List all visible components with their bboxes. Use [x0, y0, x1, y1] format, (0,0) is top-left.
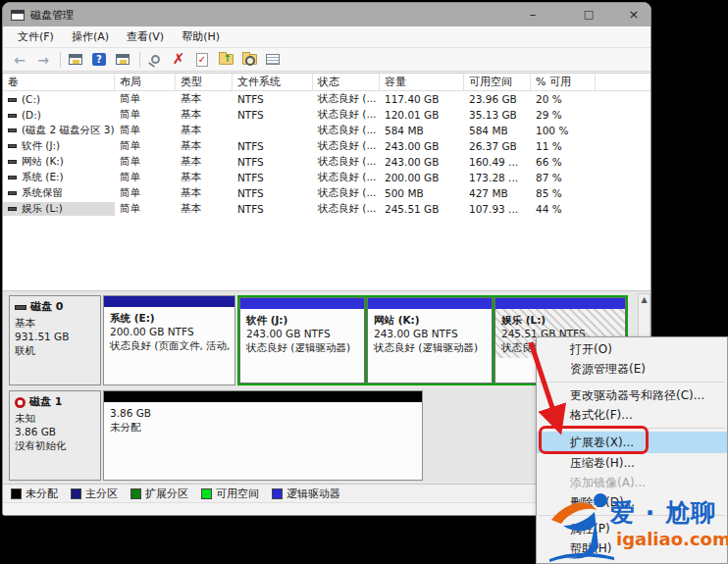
column-header-fs[interactable]: 文件系统 [233, 74, 313, 90]
cell-capacity: 200.00 GB [380, 172, 464, 183]
checklist-icon[interactable]: ✓ [191, 50, 213, 69]
table-row[interactable]: 娱乐 (L:)简单基本NTFS状态良好 (...245.51 GB107.93 … [3, 201, 651, 217]
volume-icon [8, 160, 17, 164]
column-header-capacity[interactable]: 容量 [380, 74, 464, 90]
disk1-row: 磁盘 1 未知 3.86 GB 没有初始化 3.86 GB 未分配 [9, 390, 423, 481]
table-row[interactable]: (D:)简单基本NTFS状态良好 (...120.01 GB35.13 GB29… [3, 107, 651, 123]
legend-item: 逻辑驱动器 [272, 487, 340, 501]
app-icon [11, 10, 25, 21]
logical-partition-bar [368, 298, 492, 309]
menu-item[interactable]: 文件(F) [9, 26, 63, 47]
volume-list-header: 卷 布局 类型 文件系统 状态 容量 可用空间 % 可用 [3, 74, 651, 91]
menu-separator [539, 382, 725, 383]
close-button[interactable]: × [619, 3, 649, 26]
partition-website-k[interactable]: 网站 (K:) 243.00 GB NTFS 状态良好 (逻辑驱动器) [367, 297, 493, 384]
partition-software-j[interactable]: 软件 (J:) 243.00 GB NTFS 状态良好 (逻辑驱动器) [239, 297, 365, 384]
cell-pct: 85 % [531, 187, 596, 199]
column-header-status[interactable]: 状态 [313, 74, 380, 90]
folder-up-icon[interactable] [215, 50, 236, 69]
disk1-name: 磁盘 1 [29, 395, 62, 409]
disk-error-icon [15, 397, 26, 408]
partition-status: 状态良好 (页面文件, 活动, [110, 338, 229, 352]
context-menu-item[interactable]: 资源管理器(E) [537, 359, 727, 379]
cell-fs: NTFS [233, 109, 313, 121]
column-header-volume[interactable]: 卷 [3, 74, 115, 90]
primary-partition-bar [104, 296, 234, 307]
cell-type: 基本 [176, 202, 233, 216]
partition-name: 娱乐 (L:) [501, 313, 619, 327]
table-row[interactable]: 系统保留简单基本NTFS状态良好 (...500 MB427 MB85 % [3, 185, 651, 201]
column-header-type[interactable]: 类型 [176, 74, 233, 90]
volume-list: 卷 布局 类型 文件系统 状态 容量 可用空间 % 可用 (C:)简单基本NTF… [3, 73, 651, 290]
menu-separator [539, 515, 725, 516]
column-header-pct[interactable]: % 可用 [531, 74, 596, 90]
table-row[interactable]: 软件 (J:)简单基本NTFS状态良好 (...243.00 GB26.37 G… [3, 138, 651, 154]
properties-icon[interactable] [262, 50, 284, 69]
table-row[interactable]: 系统 (E:)简单基本NTFS状态良好 (...200.00 GB173.28 … [3, 170, 651, 185]
context-menu-item[interactable]: 格式化(F)... [537, 405, 727, 425]
context-menu-item[interactable]: 帮助(H) [537, 538, 727, 558]
context-menu-item[interactable]: 打开(O) [537, 339, 727, 359]
cell-pct: 11 % [531, 140, 596, 152]
cell-free: 427 MB [464, 187, 531, 199]
partition-unallocated[interactable]: 3.86 GB 未分配 [103, 390, 423, 481]
disk1-info[interactable]: 磁盘 1 未知 3.86 GB 没有初始化 [9, 390, 101, 481]
cell-capacity: 243.00 GB [380, 156, 464, 168]
context-menu-item[interactable]: 压缩卷(H)... [537, 453, 727, 473]
cell-status: 状态良好 (... [313, 139, 380, 153]
window-title: 磁盘管理 [30, 8, 74, 23]
console-window-icon[interactable] [65, 50, 86, 69]
back-icon[interactable]: ← [9, 50, 30, 69]
legend-item: 未分配 [11, 487, 58, 501]
cell-volume: 网站 (K:) [3, 155, 115, 169]
table-row[interactable]: (磁盘 2 磁盘分区 3)简单基本状态良好 (...584 MB584 MB10… [3, 123, 651, 138]
legend-label: 主分区 [85, 487, 118, 501]
cell-volume: (D:) [3, 109, 115, 121]
partition-system-e[interactable]: 系统 (E:) 200.00 GB NTFS 状态良好 (页面文件, 活动, [103, 295, 235, 385]
cell-free: 160.49 ... [464, 156, 531, 168]
toolbar-separator [60, 52, 61, 68]
cell-layout: 简单 [115, 202, 176, 216]
disk0-status: 联机 [15, 343, 95, 357]
table-row[interactable]: 网站 (K:)简单基本NTFS状态良好 (...243.00 GB160.49 … [3, 154, 651, 170]
inspect-icon[interactable] [144, 50, 166, 69]
title-bar[interactable]: 磁盘管理 – □ × [3, 3, 650, 26]
context-menu-item[interactable]: 更改驱动器号和路径(C)... [537, 385, 727, 405]
cell-free: 107.93 ... [464, 203, 531, 215]
context-menu-item[interactable]: 删除卷(D)... [537, 492, 727, 512]
minimize-button[interactable]: – [518, 3, 547, 26]
cell-free: 173.28 ... [464, 172, 531, 183]
volume-icon [8, 98, 17, 102]
cell-layout: 简单 [115, 124, 176, 137]
column-header-layout[interactable]: 布局 [115, 74, 176, 90]
menu-item[interactable]: 操作(A) [63, 26, 118, 47]
context-menu-item[interactable]: 属性(P) [537, 519, 727, 538]
forward-icon[interactable]: → [32, 50, 54, 69]
disk0-info[interactable]: 磁盘 0 基本 931.51 GB 联机 [9, 295, 101, 385]
cell-capacity: 584 MB [380, 125, 464, 136]
help-icon[interactable]: ? [88, 50, 110, 69]
menu-item[interactable]: 查看(V) [118, 26, 173, 47]
folder-search-icon[interactable] [238, 50, 260, 69]
volume-icon [8, 176, 17, 179]
legend-label: 扩展分区 [145, 487, 188, 501]
cell-status: 状态良好 (... [313, 108, 380, 122]
delete-icon[interactable]: ✗ [168, 50, 189, 69]
disk0-size: 931.51 GB [15, 330, 95, 343]
column-header-filler [596, 74, 651, 90]
table-row[interactable]: (C:)简单基本NTFS状态良好 (...117.40 GB23.96 GB20… [3, 91, 651, 107]
legend-item: 扩展分区 [130, 487, 188, 501]
menu-item[interactable]: 帮助(H) [173, 26, 229, 47]
partition-size: 243.00 GB NTFS [246, 327, 358, 340]
volume-icon [8, 114, 17, 118]
maximize-button[interactable]: □ [574, 3, 603, 26]
partition-name: 网站 (K:) [374, 313, 486, 327]
cell-layout: 简单 [115, 139, 176, 153]
cell-type: 基本 [176, 108, 233, 122]
cell-layout: 简单 [115, 186, 176, 200]
scroll-up-icon[interactable]: ▲ [641, 295, 647, 304]
context-menu-item[interactable]: 扩展卷(X)... [537, 432, 727, 453]
window-icon[interactable] [112, 50, 133, 69]
column-header-free[interactable]: 可用空间 [464, 74, 531, 90]
disk0-type: 基本 [15, 316, 95, 330]
